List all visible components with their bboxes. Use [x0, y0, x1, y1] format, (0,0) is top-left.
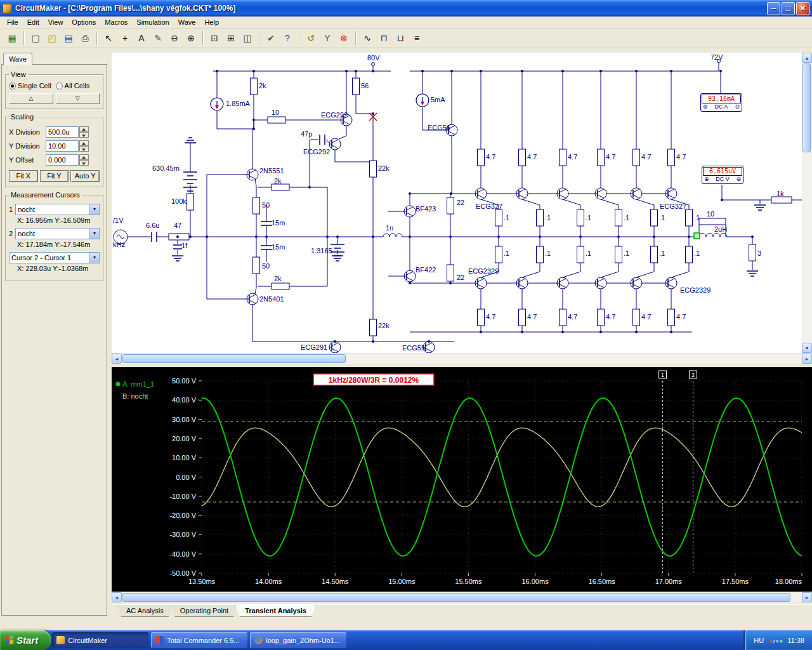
- pencil-icon[interactable]: ✎: [150, 30, 166, 46]
- new-icon[interactable]: ▢: [28, 30, 43, 46]
- dc-ammeter[interactable]: 93.16mA ⊕ DC A ⊖: [700, 93, 742, 112]
- tab-transient-analysis[interactable]: Transient Analysis: [235, 605, 316, 617]
- dc-voltmeter[interactable]: 6.615uV ⊕ DC V ⊖: [702, 166, 743, 184]
- schematic-vertical-scrollbar[interactable]: ▲ ▼: [802, 53, 812, 353]
- waveform-horizontal-scrollbar[interactable]: ◄ ►: [112, 592, 812, 602]
- minimize-button[interactable]: ─: [767, 2, 780, 15]
- chevron-down-icon[interactable]: ▼: [89, 229, 99, 239]
- windows-logo-icon: [5, 635, 13, 645]
- taskbar-task-circuitmaker[interactable]: CircuitMaker: [52, 632, 148, 648]
- menu-file[interactable]: File: [3, 17, 23, 27]
- taskbar-task-total-commander[interactable]: Total Commander 6.5...: [151, 632, 247, 648]
- menu-view[interactable]: View: [44, 17, 68, 27]
- tab-operating-point[interactable]: Operating Point: [171, 605, 238, 617]
- tab-ac-analysis[interactable]: AC Analysis: [117, 605, 173, 617]
- open-icon[interactable]: ◰: [44, 30, 60, 46]
- save-icon[interactable]: ▤: [61, 30, 76, 46]
- scroll-right-button[interactable]: ►: [802, 592, 812, 602]
- help-icon[interactable]: ?: [280, 30, 295, 46]
- scroll-down-button[interactable]: ▼: [802, 343, 812, 353]
- close-button[interactable]: ✕: [796, 2, 809, 15]
- run-check-icon[interactable]: ✔: [263, 30, 278, 46]
- mixed-signal-icon[interactable]: ≡: [409, 30, 424, 46]
- x-division-input[interactable]: 500.0u: [46, 126, 79, 138]
- analog-wave-icon[interactable]: ∿: [360, 30, 375, 46]
- component-label: .1: [694, 249, 700, 257]
- component-label: 4.7: [641, 153, 651, 161]
- spin-down-icon[interactable]: [79, 160, 89, 166]
- start-button[interactable]: Start: [0, 630, 51, 650]
- tab-wave[interactable]: Wave: [3, 53, 32, 65]
- component-label: .1: [545, 214, 551, 222]
- toolbar: ▦▢◰▤⎙↖+A✎⊖⊕⊡⊞◫✔?↺Y⊗∿⊓⊔≡: [0, 29, 812, 48]
- x-division-spinner[interactable]: [79, 126, 89, 138]
- digital-low-icon[interactable]: ⊔: [393, 30, 408, 46]
- waveform-viewer[interactable]: 50.00 V40.00 V30.00 V20.00 V10.00 V0.00 …: [112, 367, 812, 592]
- print-icon[interactable]: ⎙: [77, 30, 93, 46]
- cursor-diff-select[interactable]: Cursor 2 - Cursor 1 ▼: [9, 252, 100, 263]
- menu-simulation[interactable]: Simulation: [132, 17, 173, 27]
- restore-button[interactable]: □: [782, 2, 795, 15]
- cursor-1-channel-select[interactable]: nocht ▼: [15, 204, 100, 215]
- taskbar-task-browser[interactable]: loop_gain_2Ohm-Uo1...: [250, 632, 346, 648]
- probe-icon[interactable]: Y: [320, 30, 335, 46]
- spin-up-icon[interactable]: [79, 140, 89, 146]
- plus-icon[interactable]: +: [117, 30, 133, 46]
- radio-all-cells[interactable]: [56, 83, 63, 90]
- wave-up-button[interactable]: △: [9, 93, 53, 104]
- horizontal-scroll-thumb[interactable]: [122, 354, 346, 363]
- waveform-scroll-thumb[interactable]: [122, 593, 790, 602]
- component-label: 4.7: [527, 153, 537, 161]
- fit-y-button[interactable]: Fit Y: [40, 170, 69, 182]
- y-division-spinner[interactable]: [79, 140, 89, 152]
- zoom-in-icon[interactable]: ⊕: [183, 30, 199, 46]
- split-view-icon[interactable]: ◫: [240, 30, 255, 46]
- pan-icon[interactable]: ⊞: [223, 30, 239, 46]
- board-icon[interactable]: ▦: [4, 30, 20, 46]
- spin-down-icon[interactable]: [79, 146, 89, 152]
- spin-up-icon[interactable]: [79, 126, 89, 132]
- fit-x-button[interactable]: Fit X: [9, 170, 38, 182]
- y-offset-input[interactable]: 0.000: [46, 154, 79, 166]
- scroll-left-button[interactable]: ◄: [112, 592, 122, 602]
- component-label: ECG2329: [680, 286, 710, 294]
- wave-down-button[interactable]: ▽: [56, 93, 100, 104]
- zoom-out-icon[interactable]: ⊖: [167, 30, 182, 46]
- cursor-icon[interactable]: ↖: [101, 30, 116, 46]
- menu-wave[interactable]: Wave: [174, 17, 200, 27]
- auto-y-button[interactable]: Auto Y: [70, 170, 100, 182]
- x-tick-label: 17.50ms: [722, 578, 749, 585]
- menu-help[interactable]: Help: [200, 17, 223, 27]
- component-label: 1n: [386, 224, 393, 232]
- text-icon[interactable]: A: [134, 30, 149, 46]
- menu-options[interactable]: Options: [67, 17, 100, 27]
- legend-a-label: A: mm1_1: [122, 380, 154, 388]
- messenger-icon[interactable]: ●: [779, 637, 783, 644]
- reset-icon[interactable]: ↺: [303, 30, 318, 46]
- component-label: 22: [457, 199, 464, 206]
- y-offset-spinner[interactable]: [79, 154, 89, 166]
- menu-edit[interactable]: Edit: [23, 17, 44, 27]
- scroll-left-button[interactable]: ◄: [112, 354, 122, 364]
- spin-up-icon[interactable]: [79, 154, 89, 160]
- schematic-canvas[interactable]: 80V72V2k561.85mA5mA10ECG29247pECG292ECG5…: [112, 53, 802, 353]
- spin-down-icon[interactable]: [79, 132, 89, 138]
- language-indicator[interactable]: HU: [754, 637, 764, 644]
- vertical-scroll-thumb[interactable]: [802, 63, 811, 152]
- chevron-down-icon[interactable]: ▼: [89, 253, 99, 263]
- radio-single-cell[interactable]: [9, 83, 16, 90]
- zoom-window-icon[interactable]: ⊡: [207, 30, 222, 46]
- component-label: 2uH: [714, 225, 727, 233]
- y-division-input[interactable]: 10.00: [46, 140, 79, 152]
- scroll-up-button[interactable]: ▲: [802, 53, 812, 63]
- chevron-down-icon[interactable]: ▼: [89, 204, 99, 215]
- plus-terminal-icon: ⊕: [704, 176, 709, 183]
- digital-high-icon[interactable]: ⊓: [376, 30, 391, 46]
- component-label: 4.7: [676, 153, 686, 161]
- cursor-2-channel-select[interactable]: nocht ▼: [15, 228, 100, 239]
- menu-macros[interactable]: Macros: [100, 17, 132, 27]
- schematic-horizontal-scrollbar[interactable]: ◄ ►: [112, 353, 812, 364]
- scroll-right-button[interactable]: ►: [802, 354, 812, 364]
- stop-icon[interactable]: ⊗: [336, 30, 351, 46]
- clock[interactable]: 11:38: [787, 637, 804, 644]
